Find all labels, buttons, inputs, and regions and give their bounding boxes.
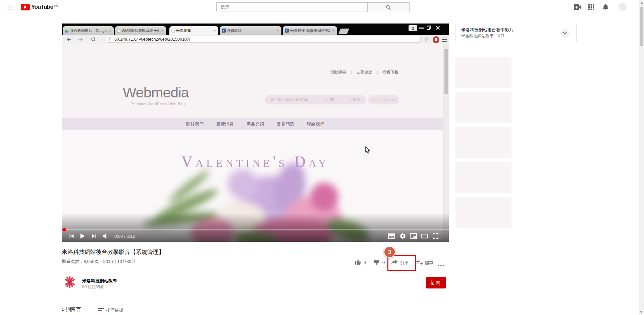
- theater-mode-button[interactable]: [421, 233, 428, 239]
- close-icon[interactable]: ×: [213, 29, 216, 33]
- sort-by-button[interactable]: 排序依據: [106, 307, 123, 313]
- sort-icon[interactable]: [98, 308, 104, 313]
- link-events[interactable]: 活動專區: [330, 70, 346, 75]
- next-button[interactable]: [92, 233, 97, 239]
- apps-grid-button[interactable]: [588, 4, 595, 10]
- close-icon[interactable]: ×: [332, 29, 335, 33]
- newsletter-cancel-link[interactable]: > 取消: [350, 97, 360, 102]
- reload-icon[interactable]: [91, 37, 96, 42]
- webmedia-slogan: Premium WordPress Web Blog: [130, 102, 186, 106]
- nav-faq[interactable]: 常見問題: [277, 121, 294, 127]
- youtube-logo[interactable]: YouTube TW: [21, 4, 58, 10]
- search-bar: [216, 2, 410, 12]
- comment-count: 0 則留言: [62, 306, 81, 313]
- close-icon[interactable]: ×: [276, 29, 279, 33]
- forward-icon[interactable]: [78, 37, 83, 42]
- playlist-expand-button[interactable]: [560, 29, 569, 38]
- link-friendly-links[interactable]: 友善連結: [356, 70, 372, 75]
- volume-button[interactable]: [102, 233, 109, 239]
- browser-tab[interactable]: 後台教學影片 - Google 雲 ×: [63, 26, 114, 35]
- save-button-icon[interactable]: [416, 259, 423, 265]
- search-input[interactable]: [216, 2, 367, 11]
- browser-tab-active[interactable]: 米洛花蕎 ×: [169, 26, 218, 35]
- scrollbar-up-arrow[interactable]: [640, 2, 643, 4]
- tab-title: 沃倢設計: [227, 28, 275, 33]
- scrollbar-down-arrow[interactable]: [640, 311, 643, 313]
- chevron-down-icon: [392, 99, 395, 101]
- webpage-content: 活動專區｜ 友善連結｜ 檔案下載 Webmedia Premium WordPr…: [62, 44, 449, 242]
- more-actions-button[interactable]: [438, 261, 446, 267]
- youtube-header: YouTube TW: [0, 0, 644, 14]
- channel-name[interactable]: 米洛科技網站教學: [82, 278, 117, 284]
- previous-button[interactable]: [69, 233, 74, 239]
- url-text: 60.249.71.6/~webtech2/web/201500107/: [114, 37, 190, 42]
- youtube-play-icon: [21, 4, 30, 10]
- address-bar[interactable]: 60.249.71.6/~webtech2/web/201500107/: [107, 36, 421, 43]
- browser-tab[interactable]: 米洛科技-高質感網站設計 ×: [283, 26, 337, 35]
- close-x-icon: [436, 26, 440, 30]
- maximize-button[interactable]: [427, 26, 431, 30]
- play-button[interactable]: [79, 233, 85, 239]
- nav-news[interactable]: 最新消息: [216, 121, 234, 127]
- player-controls: 0:00 / 6:12: [62, 231, 449, 241]
- fullscreen-button[interactable]: [432, 233, 439, 239]
- tab-title: 後台教學影片 - Google 雲: [70, 28, 107, 33]
- suggested-video-placeholder: [455, 92, 512, 123]
- browser-tab[interactable]: 沃倢設計 ×: [220, 26, 281, 35]
- browser-tab[interactable]: WMS網站管理系統-米洛 ×: [115, 26, 166, 35]
- close-icon[interactable]: ×: [108, 29, 112, 33]
- page-icon: [171, 29, 175, 33]
- nav-about[interactable]: 關於我們: [186, 121, 204, 127]
- playlist-card[interactable]: 米洛科技網站後台教學影片 米洛科技網站教學 - 1/21: [455, 24, 577, 42]
- page-scrollbar[interactable]: [639, 0, 644, 315]
- page-icon: [117, 29, 120, 33]
- create-video-button[interactable]: [574, 4, 582, 10]
- captions-button[interactable]: [388, 233, 395, 239]
- like-button[interactable]: [355, 259, 362, 265]
- link-downloads[interactable]: 檔案下載: [382, 70, 398, 75]
- nav-products[interactable]: 產品介紹: [247, 121, 264, 127]
- newsletter-bar[interactable]: 電子報 / 請輸入E-MAIL > 訂閱 > 取消: [265, 95, 366, 104]
- playlist-title[interactable]: 米洛科技網站後台教學影片: [461, 27, 514, 33]
- bookmark-star-icon[interactable]: [424, 37, 430, 42]
- hamburger-menu-icon[interactable]: [7, 5, 13, 11]
- webpage-scrollbar-thumb: [444, 49, 448, 94]
- minimize-button[interactable]: [419, 28, 424, 29]
- suggested-video-placeholder: [455, 127, 512, 158]
- back-icon[interactable]: [66, 37, 72, 42]
- window-close-button[interactable]: [436, 26, 440, 30]
- restore-icon: [427, 26, 431, 30]
- scrollbar-thumb[interactable]: [640, 7, 643, 46]
- tab-title: 米洛花蕎: [176, 28, 212, 33]
- page-icon: [109, 37, 112, 41]
- browser-menu-icon[interactable]: [442, 38, 447, 42]
- save-button-label[interactable]: 儲存: [425, 260, 433, 266]
- browser-profile-button[interactable]: [409, 25, 417, 31]
- subscribe-button[interactable]: 訂閱: [426, 277, 446, 288]
- chevron-down-icon: [563, 32, 567, 35]
- search-button[interactable]: [367, 2, 410, 12]
- divider: [62, 272, 449, 272]
- separator: ｜: [375, 70, 379, 75]
- language-dropdown[interactable]: Languages: [368, 95, 399, 104]
- video-player[interactable]: 後台教學影片 - Google 雲 × WMS網站管理系統-米洛 × 米洛花蕎 …: [62, 24, 449, 242]
- notifications-button[interactable]: [602, 3, 609, 11]
- nav-contact[interactable]: 聯絡我們: [307, 121, 324, 127]
- newsletter-placeholder: 電子報 / 請輸入E-MAIL: [270, 97, 308, 102]
- adblock-extension-icon[interactable]: [433, 36, 439, 43]
- youtube-region-label: TW: [53, 4, 58, 7]
- annotation-highlight-box: [387, 255, 416, 271]
- magnifier-icon: [386, 5, 391, 10]
- dislike-button[interactable]: [373, 259, 380, 266]
- close-icon[interactable]: ×: [161, 29, 164, 33]
- progress-bar[interactable]: [62, 229, 449, 230]
- miniplayer-button[interactable]: [410, 233, 417, 239]
- channel-avatar[interactable]: [63, 276, 76, 288]
- settings-button[interactable]: [399, 233, 406, 239]
- newsletter-subscribe-link[interactable]: > 訂閱: [323, 97, 334, 102]
- time-display: 0:00 / 6:12: [114, 234, 135, 239]
- account-avatar[interactable]: [619, 3, 627, 11]
- webmedia-logo[interactable]: Webmedia: [123, 84, 189, 101]
- webpage-scrollbar: [443, 44, 449, 242]
- new-tab-button[interactable]: [338, 29, 349, 34]
